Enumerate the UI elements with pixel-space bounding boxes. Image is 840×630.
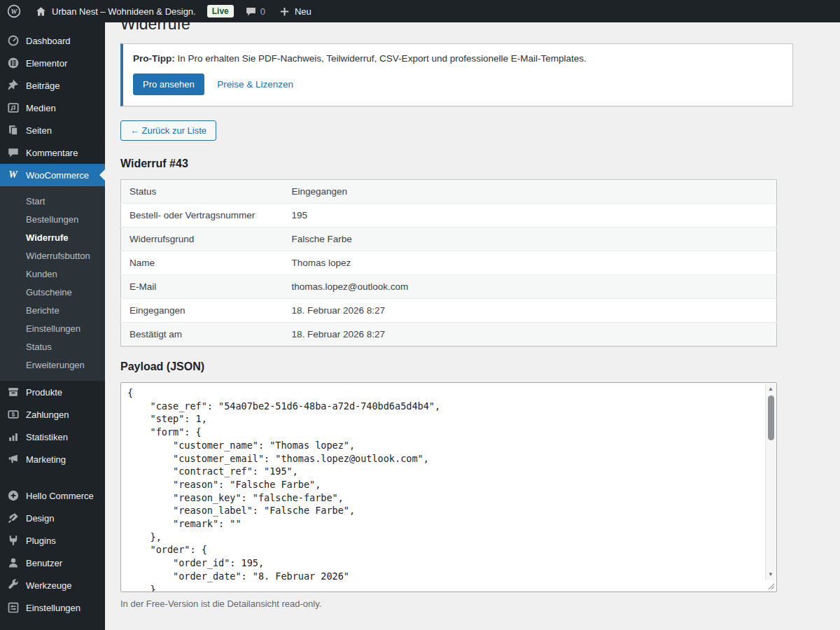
plug-icon bbox=[6, 534, 20, 547]
row-label: E-Mail bbox=[121, 275, 284, 299]
sidebar-item-payments[interactable]: $ Zahlungen bbox=[0, 403, 105, 426]
sidebar-item-tools[interactable]: Werkzeuge bbox=[0, 574, 105, 596]
main-content: Widerrufe Pro-Tipp: In Pro erhalten Sie … bbox=[105, 0, 840, 609]
new-label: Neu bbox=[295, 6, 312, 17]
sidebar-item-products[interactable]: Produkte bbox=[0, 381, 105, 403]
site-name: Urban Nest – Wohnideen & Design. bbox=[52, 6, 196, 17]
sidebar-item-settings[interactable]: Einstellungen bbox=[0, 596, 105, 619]
submenu-kunden[interactable]: Kunden bbox=[0, 265, 105, 283]
svg-text:W: W bbox=[10, 8, 18, 15]
submenu-bestellungen[interactable]: Bestellungen bbox=[0, 210, 105, 228]
plus-circle-icon bbox=[6, 489, 20, 503]
pro-tip-text: Pro-Tipp: In Pro erhalten Sie PDF-Nachwe… bbox=[133, 53, 783, 64]
payload-json-textarea[interactable]: { "case_ref": "54a07be2-51d6-48ba-a72d-7… bbox=[120, 382, 777, 592]
back-to-list-button[interactable]: ← Zurück zur Liste bbox=[120, 120, 216, 141]
sidebar-item-woocommerce[interactable]: W WooCommerce bbox=[0, 164, 105, 186]
sidebar-label: Benutzer bbox=[26, 558, 62, 568]
free-version-note: In der Free-Version ist die Detailansich… bbox=[120, 598, 825, 609]
comments-menu[interactable]: 0 bbox=[238, 0, 272, 22]
sidebar-label: Medien bbox=[26, 103, 56, 113]
sidebar-label: Zahlungen bbox=[26, 410, 69, 420]
sidebar-label: Design bbox=[26, 513, 54, 524]
submenu-status[interactable]: Status bbox=[0, 337, 105, 356]
sliders-icon bbox=[6, 601, 20, 615]
sidebar-item-media[interactable]: Medien bbox=[0, 97, 105, 119]
pro-tip-notice: Pro-Tipp: In Pro erhalten Sie PDF-Nachwe… bbox=[120, 43, 793, 106]
submenu-widerrufsbutton[interactable]: Widerrufsbutton bbox=[0, 246, 105, 265]
woocommerce-submenu: Start Bestellungen Widerrufe Widerrufsbu… bbox=[0, 186, 105, 381]
view-pro-button[interactable]: Pro ansehen bbox=[133, 74, 204, 95]
sidebar-label: Beiträge bbox=[26, 80, 59, 91]
sidebar-label: Seiten bbox=[26, 125, 52, 136]
sidebar-label: Einstellungen bbox=[26, 603, 80, 613]
sidebar-label: Marketing bbox=[26, 454, 66, 465]
row-label: Bestätigt am bbox=[121, 323, 284, 346]
table-row: Name Thomas lopez bbox=[121, 251, 777, 275]
comment-bubble-icon bbox=[245, 6, 257, 18]
menu-separator bbox=[0, 470, 105, 484]
comments-icon bbox=[6, 146, 20, 160]
submenu-einstellungen[interactable]: Einstellungen bbox=[0, 319, 105, 337]
row-value: 195 bbox=[284, 204, 777, 227]
pushpin-icon bbox=[6, 79, 20, 92]
sidebar-label: Plugins bbox=[26, 536, 56, 546]
submenu-erweiterungen[interactable]: Erweiterungen bbox=[0, 356, 105, 374]
sidebar-label: Hello Commerce bbox=[26, 491, 94, 501]
sidebar-item-analytics[interactable]: Statistiken bbox=[0, 426, 105, 448]
detail-heading: Widerruf #43 bbox=[120, 158, 825, 170]
submenu-gutscheine[interactable]: Gutscheine bbox=[0, 283, 105, 301]
woocommerce-icon: W bbox=[6, 169, 20, 182]
svg-text:$: $ bbox=[11, 411, 15, 418]
scrollbar-thumb[interactable] bbox=[768, 396, 774, 440]
sidebar-item-marketing[interactable]: Marketing bbox=[0, 448, 105, 470]
row-value: 18. Februar 2026 8:27 bbox=[284, 299, 777, 323]
media-icon bbox=[6, 102, 20, 115]
sidebar-item-users[interactable]: Benutzer bbox=[0, 552, 105, 574]
dashboard-gauge-icon bbox=[6, 34, 20, 48]
row-value: Eingegangen bbox=[284, 180, 777, 204]
sidebar-label: Werkzeuge bbox=[26, 580, 72, 591]
table-row: Bestell- oder Vertragsnummer 195 bbox=[121, 204, 777, 227]
site-name-menu[interactable]: Urban Nest – Wohnideen & Design. bbox=[28, 0, 203, 22]
table-row: Widerrufsgrund Falsche Farbe bbox=[121, 227, 777, 251]
submenu-berichte[interactable]: Berichte bbox=[0, 301, 105, 319]
pages-icon bbox=[6, 124, 20, 137]
sidebar-item-elementor[interactable]: Elementor bbox=[0, 52, 105, 74]
row-label: Status bbox=[121, 180, 284, 204]
new-content-menu[interactable]: Neu bbox=[272, 0, 318, 22]
vertical-scrollbar[interactable] bbox=[765, 384, 776, 580]
sidebar-item-posts[interactable]: Beiträge bbox=[0, 74, 105, 97]
sidebar-item-comments[interactable]: Kommentare bbox=[0, 141, 105, 164]
sidebar-label: Dashboard bbox=[26, 36, 71, 46]
sidebar-item-hello-commerce[interactable]: Hello Commerce bbox=[0, 484, 105, 507]
table-row: E-Mail thomas.lopez@outlook.com bbox=[121, 275, 777, 299]
sidebar-label: Statistiken bbox=[26, 432, 68, 442]
current-menu-arrow bbox=[99, 169, 105, 181]
paintbrush-icon bbox=[6, 512, 20, 525]
elementor-icon bbox=[6, 57, 20, 70]
row-value: 18. Februar 2026 8:27 bbox=[284, 323, 777, 346]
scroll-down-arrow-icon[interactable] bbox=[766, 570, 776, 580]
sidebar-item-dashboard[interactable]: Dashboard bbox=[0, 29, 105, 52]
sidebar-item-appearance[interactable]: Design bbox=[0, 507, 105, 529]
row-label: Widerrufsgrund bbox=[121, 227, 284, 251]
sidebar-label: Elementor bbox=[26, 58, 67, 69]
textarea-resize-grip[interactable] bbox=[766, 581, 776, 591]
wordpress-logo-icon: W bbox=[7, 4, 21, 18]
row-value: Falsche Farbe bbox=[284, 227, 777, 251]
products-box-icon bbox=[6, 386, 20, 399]
submenu-start[interactable]: Start bbox=[0, 192, 105, 210]
submenu-widerrufe[interactable]: Widerrufe bbox=[0, 228, 105, 246]
wordpress-logo-menu[interactable]: W bbox=[0, 0, 28, 22]
sidebar-label: Kommentare bbox=[26, 148, 78, 158]
pricing-licenses-link[interactable]: Preise & Lizenzen bbox=[217, 79, 293, 90]
pro-tip-label: Pro-Tipp: bbox=[133, 53, 175, 64]
sidebar-label: Produkte bbox=[26, 387, 62, 398]
row-label: Eingegangen bbox=[121, 299, 284, 323]
comment-count: 0 bbox=[260, 6, 265, 17]
sidebar-item-pages[interactable]: Seiten bbox=[0, 119, 105, 141]
sidebar-item-plugins[interactable]: Plugins bbox=[0, 529, 105, 552]
bar-chart-icon bbox=[6, 430, 20, 444]
scroll-up-arrow-icon[interactable] bbox=[766, 384, 776, 394]
row-value: thomas.lopez@outlook.com bbox=[284, 275, 777, 299]
